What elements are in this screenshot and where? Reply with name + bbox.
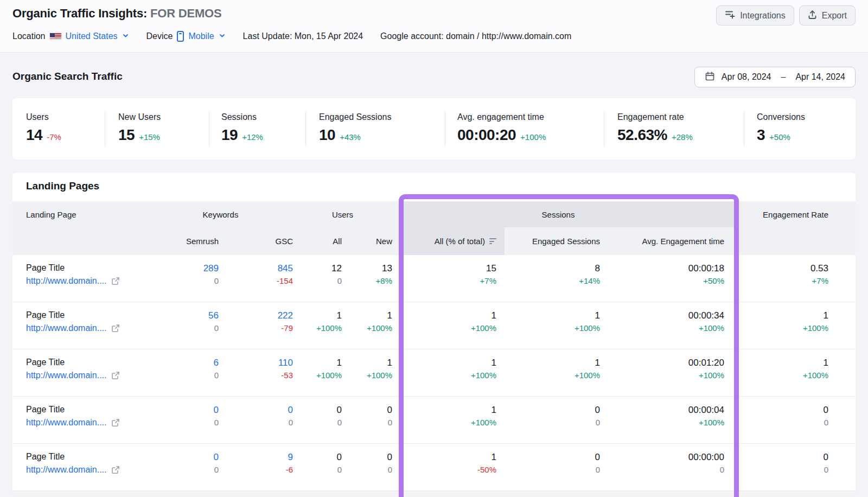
engagement-rate-cell: 0.53+7% bbox=[724, 255, 828, 302]
table-row: Page Title http://www.domain.... 00 9-6 … bbox=[12, 444, 856, 491]
engagement-rate-cell: 00 bbox=[724, 444, 828, 490]
gsc-keywords-link[interactable]: 845 bbox=[219, 263, 293, 274]
col-avg-engagement-time[interactable]: Avg. Engagement time bbox=[600, 227, 724, 255]
metric-divider bbox=[105, 111, 105, 146]
us-flag-icon bbox=[50, 33, 61, 40]
metric-divider bbox=[744, 111, 744, 146]
page-title-text: Page Title bbox=[26, 452, 148, 462]
chevron-down-icon bbox=[122, 31, 129, 41]
landing-page-cell: Page Title http://www.domain.... bbox=[26, 255, 148, 302]
landing-page-cell: Page Title http://www.domain.... bbox=[26, 444, 148, 490]
metric-delta: +28% bbox=[672, 132, 693, 142]
table-row: Page Title http://www.domain.... 560 222… bbox=[12, 302, 856, 349]
semrush-keywords-link[interactable]: 6 bbox=[148, 358, 219, 368]
users-all-cell: 1+100% bbox=[293, 302, 342, 349]
date-range-picker[interactable]: Apr 08, 2024 – Apr 14, 2024 bbox=[694, 67, 856, 87]
metric-delta: +100% bbox=[520, 132, 546, 142]
semrush-keywords-link[interactable]: 0 bbox=[148, 405, 219, 416]
table-row: Page Title http://www.domain.... 60 110-… bbox=[12, 349, 856, 397]
landing-pages-title: Landing Pages bbox=[26, 180, 99, 192]
metric-avg-engagement-time: Avg. engagement time 00:00:20+100% bbox=[457, 112, 546, 144]
external-link-icon[interactable] bbox=[111, 466, 120, 474]
integrations-icon bbox=[725, 10, 735, 21]
external-link-icon[interactable] bbox=[111, 371, 120, 380]
next-row-edge bbox=[12, 491, 856, 497]
external-link-icon[interactable] bbox=[111, 324, 120, 333]
semrush-keywords-link[interactable]: 289 bbox=[148, 263, 219, 274]
col-group-users: Users bbox=[293, 201, 392, 227]
semrush-keywords-link[interactable]: 0 bbox=[148, 452, 219, 463]
semrush-keywords-cell: 00 bbox=[148, 397, 219, 443]
engaged-sessions-cell: 1+100% bbox=[496, 349, 600, 396]
semrush-keywords-link[interactable]: 56 bbox=[148, 310, 219, 321]
col-spacer bbox=[724, 227, 828, 255]
page-url-link[interactable]: http://www.domain.... bbox=[26, 465, 107, 475]
metric-delta: -7% bbox=[47, 132, 61, 142]
engagement-rate-cell: 1+100% bbox=[724, 349, 828, 396]
table-sub-header-row: Semrush GSC All New All (% of total) Eng… bbox=[12, 227, 856, 255]
sessions-all-cell: 1-50% bbox=[392, 444, 496, 490]
avg-engagement-time-cell: 00:00:34+100% bbox=[600, 302, 724, 349]
col-users-all[interactable]: All bbox=[293, 227, 342, 255]
semrush-keywords-cell: 60 bbox=[148, 349, 219, 396]
sessions-all-cell: 1+100% bbox=[392, 349, 496, 396]
users-all-cell: 1+100% bbox=[293, 349, 342, 396]
organic-traffic-insights-page: Organic Traffic Insights:FOR DEMOS Integ… bbox=[0, 0, 868, 497]
page-url-link[interactable]: http://www.domain.... bbox=[26, 276, 107, 286]
device-filter[interactable]: Device Mobile bbox=[146, 31, 226, 42]
gsc-keywords-cell: 222-79 bbox=[219, 302, 293, 349]
page-title-text: Page Title bbox=[26, 310, 148, 320]
page-title-project: FOR DEMOS bbox=[150, 7, 221, 20]
users-all-cell: 00 bbox=[293, 397, 342, 443]
landing-page-cell: Page Title http://www.domain.... bbox=[26, 302, 148, 349]
table-row: Page Title http://www.domain.... 2890 84… bbox=[12, 255, 856, 302]
top-actions: Integrations Export bbox=[716, 5, 856, 26]
semrush-keywords-cell: 2890 bbox=[148, 255, 219, 302]
location-filter[interactable]: Location United States bbox=[12, 31, 129, 41]
export-icon bbox=[808, 10, 817, 22]
gsc-keywords-link[interactable]: 222 bbox=[219, 310, 293, 321]
date-separator: – bbox=[781, 72, 786, 82]
users-all-cell: 00 bbox=[293, 444, 342, 490]
gsc-keywords-link[interactable]: 0 bbox=[219, 405, 293, 416]
users-new-cell: 13+8% bbox=[342, 255, 392, 302]
location-value: United States bbox=[66, 31, 118, 41]
page-url-link[interactable]: http://www.domain.... bbox=[26, 323, 107, 333]
col-landing-page[interactable]: Landing Page bbox=[26, 201, 148, 227]
col-sessions-all[interactable]: All (% of total) bbox=[392, 227, 496, 255]
landing-page-cell: Page Title http://www.domain.... bbox=[26, 397, 148, 443]
col-gsc[interactable]: GSC bbox=[219, 227, 293, 255]
gsc-keywords-link[interactable]: 110 bbox=[219, 358, 293, 368]
metric-delta: +50% bbox=[769, 132, 790, 142]
metric-divider bbox=[209, 111, 209, 146]
metric-divider bbox=[604, 111, 604, 146]
col-engagement-rate[interactable]: Engagement Rate bbox=[724, 201, 828, 227]
gsc-keywords-cell: 110-53 bbox=[219, 349, 293, 396]
avg-engagement-time-cell: 00:00:04+100% bbox=[600, 397, 724, 443]
page-url-link[interactable]: http://www.domain.... bbox=[26, 371, 107, 380]
engagement-rate-cell: 1+100% bbox=[724, 302, 828, 349]
page-title: Organic Traffic Insights:FOR DEMOS bbox=[12, 7, 221, 21]
device-value: Mobile bbox=[188, 31, 214, 41]
date-from: Apr 08, 2024 bbox=[722, 72, 771, 82]
export-button[interactable]: Export bbox=[799, 5, 856, 26]
external-link-icon[interactable] bbox=[111, 277, 120, 285]
users-all-cell: 120 bbox=[293, 255, 342, 302]
mobile-phone-icon bbox=[177, 31, 184, 42]
users-new-cell: 00 bbox=[342, 444, 392, 490]
page-url-link[interactable]: http://www.domain.... bbox=[26, 418, 107, 428]
gsc-keywords-link[interactable]: 9 bbox=[219, 452, 293, 463]
users-new-cell: 1+100% bbox=[342, 349, 392, 396]
sort-descending-icon[interactable] bbox=[489, 238, 496, 244]
external-link-icon[interactable] bbox=[111, 418, 120, 427]
engaged-sessions-cell: 00 bbox=[496, 444, 600, 490]
sessions-all-cell: 1+100% bbox=[392, 302, 496, 349]
col-engaged-sessions[interactable]: Engaged Sessions bbox=[496, 227, 600, 255]
integrations-button[interactable]: Integrations bbox=[716, 5, 794, 26]
avg-engagement-time-cell: 00:00:18+50% bbox=[600, 255, 724, 302]
table-group-header-row: Landing Page Keywords Users Sessions Eng… bbox=[12, 201, 856, 227]
col-users-new[interactable]: New bbox=[342, 227, 392, 255]
engaged-sessions-cell: 1+100% bbox=[496, 302, 600, 349]
users-new-cell: 1+100% bbox=[342, 302, 392, 349]
col-semrush[interactable]: Semrush bbox=[148, 227, 219, 255]
